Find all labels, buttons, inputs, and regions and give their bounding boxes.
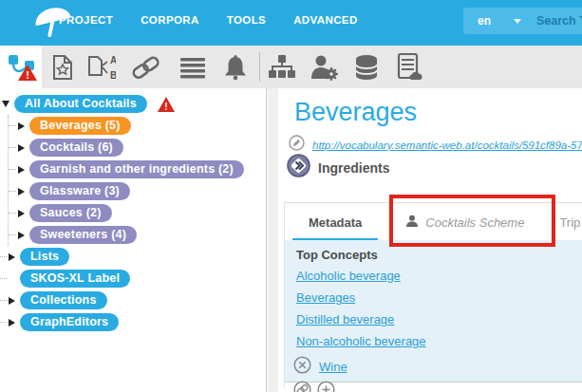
annotation-highlight-box (389, 195, 555, 247)
tree-root-group: Lists SKOS-XL Label Collections GraphEdi… (0, 246, 266, 333)
top-concepts-panel: Top Concepts Alcoholic beverage Beverage… (285, 240, 582, 383)
main-menu: PROJECT CORPORA TOOLS ADVANCED (59, 14, 358, 26)
page-title: Beverages (294, 98, 417, 127)
tree-pill-concept[interactable]: Beverages (5) (29, 117, 131, 135)
tree-item-skos-xl-label[interactable]: SKOS-XL Label (0, 268, 266, 289)
svg-text:A: A (110, 55, 116, 65)
tree-item-lists[interactable]: Lists (0, 246, 266, 268)
document-classify-ab-icon[interactable]: A B (87, 54, 116, 81)
tree-item-glassware[interactable]: Glassware (3) (9, 180, 266, 202)
svg-text:!: ! (26, 69, 29, 81)
tree-item-grapheditors[interactable]: GraphEditors (0, 311, 266, 333)
concept-tree-panel: All About Cocktails ! Beverages (5) Cock… (0, 88, 267, 392)
expand-caret-icon[interactable] (18, 210, 25, 217)
tree-item-all-about-cocktails[interactable]: All About Cocktails ! (0, 93, 266, 115)
removable-concept-row: Wine (293, 356, 582, 378)
scheme-badge-row: Ingredients (287, 154, 389, 181)
expand-caret-icon[interactable] (9, 297, 15, 305)
tab-triples[interactable]: Trip (559, 215, 580, 230)
panel-heading: Top Concepts (296, 248, 582, 262)
poolparty-app: PROJECT CORPORA TOOLS ADVANCED en Search… (0, 0, 582, 392)
expand-caret-icon[interactable] (9, 319, 15, 327)
tree-item-collections[interactable]: Collections (0, 289, 266, 311)
tab-metadata[interactable]: Metadata (292, 203, 378, 241)
sitemap-icon[interactable] (268, 54, 296, 81)
expand-caret-icon[interactable] (18, 188, 25, 196)
tree-pill-node[interactable]: SKOS-XL Label (20, 270, 130, 288)
tree-pill-concept[interactable]: Sweeteners (4) (29, 226, 137, 244)
tree-pill-node[interactable]: GraphEditors (20, 313, 119, 331)
tree-pill-concept[interactable]: Garnish and other ingredients (2) (29, 160, 244, 178)
tree-pill-concept[interactable]: Cocktails (6) (29, 139, 123, 157)
menu-corpora[interactable]: CORPORA (141, 14, 199, 26)
tree-item-beverages[interactable]: Beverages (5) (9, 115, 266, 137)
warning-icon: ! (157, 96, 176, 113)
panel-actions (293, 381, 582, 392)
server-cloud-icon[interactable] (395, 53, 423, 82)
language-selector[interactable]: en (463, 14, 491, 28)
top-navbar: PROJECT CORPORA TOOLS ADVANCED en Search… (0, 0, 582, 46)
scheme-badge-label: Ingredients (318, 160, 389, 176)
concept-scheme-uri-link[interactable]: http://vocabulary.semantic-web.at/cockta… (312, 140, 582, 151)
expand-caret-icon[interactable] (18, 122, 25, 130)
toolbar-divider (259, 52, 260, 82)
remove-circle-x-icon[interactable] (293, 356, 311, 378)
tree-item-sweeteners[interactable]: Sweeteners (4) (9, 224, 266, 246)
uri-row: http://vocabulary.semantic-web.at/cockta… (289, 135, 582, 155)
database-icon[interactable] (353, 53, 380, 82)
tree-item-cocktails[interactable]: Cocktails (6) (9, 137, 266, 159)
link-icon[interactable] (131, 55, 161, 80)
chevron-down-icon[interactable] (514, 19, 521, 24)
tree-item-sauces[interactable]: Sauces (2) (9, 202, 266, 224)
menu-tools[interactable]: TOOLS (227, 14, 266, 26)
svg-text:B: B (110, 70, 116, 81)
tree-pill-concept[interactable]: Glassware (3) (29, 182, 130, 200)
tree-item-garnish[interactable]: Garnish and other ingredients (2) (9, 159, 266, 180)
search-bar[interactable]: en Search T (463, 8, 582, 34)
concept-link[interactable]: Alcoholic beverage (296, 269, 582, 283)
tree-pill-node[interactable]: Collections (20, 291, 107, 309)
list-icon[interactable] (179, 56, 206, 79)
expand-caret-icon[interactable] (18, 144, 25, 152)
scheme-badge-icon (287, 154, 310, 181)
add-concept-circle-icon[interactable] (317, 381, 335, 392)
expand-caret-icon[interactable] (18, 166, 25, 174)
search-input[interactable]: Search T (536, 14, 582, 28)
tree-pill-project[interactable]: All About Cocktails (14, 95, 147, 113)
concept-link[interactable]: Wine (319, 360, 347, 374)
tree-children-group: Beverages (5) Cocktails (6) Garnish and … (8, 115, 266, 246)
user-settings-icon[interactable] (310, 54, 338, 81)
edit-uri-icon[interactable] (289, 135, 305, 155)
document-star-icon[interactable] (51, 54, 74, 81)
icon-toolbar: ! A B (0, 46, 582, 89)
concept-link[interactable]: Beverages (296, 290, 582, 305)
menu-project[interactable]: PROJECT (59, 14, 113, 26)
concept-link[interactable]: Non-alcoholic beverage (296, 334, 582, 348)
expand-caret-icon[interactable] (18, 232, 25, 239)
link-concept-circle-icon[interactable] (293, 381, 311, 392)
tree-pill-node[interactable]: Lists (20, 248, 69, 266)
concept-tree-warning-icon[interactable]: ! (6, 52, 40, 83)
notifications-bell-icon[interactable] (222, 54, 249, 81)
tree-pill-concept[interactable]: Sauces (2) (29, 204, 112, 222)
menu-advanced[interactable]: ADVANCED (293, 14, 358, 26)
concept-link[interactable]: Distilled beverage (296, 312, 582, 327)
svg-text:!: ! (164, 102, 167, 112)
expand-caret-icon[interactable] (9, 253, 15, 261)
collapse-caret-icon[interactable] (2, 101, 9, 107)
